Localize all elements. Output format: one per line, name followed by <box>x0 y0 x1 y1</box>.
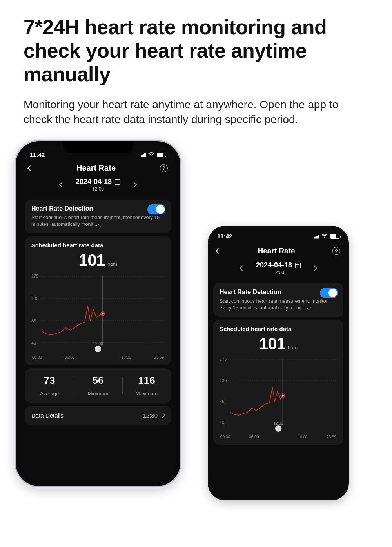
scrubber-knob[interactable] <box>95 346 101 352</box>
time-scrubber[interactable]: 12:00 <box>31 346 165 354</box>
chart-value-unit: bpm <box>288 345 298 351</box>
chevron-down-icon <box>307 305 311 310</box>
status-time: 11:42 <box>30 151 45 158</box>
detection-description-text: Start continuous heart rate measurement,… <box>31 215 160 227</box>
chart-value-unit: bpm <box>107 261 117 267</box>
wifi-icon <box>148 151 154 158</box>
calendar-icon <box>295 263 301 268</box>
y-tick: 85 <box>31 318 36 323</box>
x-tick: 23:59 <box>327 435 336 439</box>
back-button[interactable] <box>28 165 32 172</box>
y-tick: 130 <box>31 296 38 301</box>
phone-frame-secondary: 11:42 Heart Rate ? 2024-04-18 12:00 Hear… <box>208 226 349 500</box>
x-tick: 23:59 <box>154 355 164 360</box>
data-details-label: Data Details <box>31 412 64 419</box>
chevron-left-icon <box>216 248 221 254</box>
y-tick: 40 <box>220 420 224 425</box>
x-tick: 00:00 <box>220 435 230 439</box>
app-screen: 11:42 Heart Rate ? 2024-04-18 12:00 <box>20 146 176 482</box>
date-display[interactable]: 2024-04-18 12:00 <box>76 178 120 192</box>
detection-description[interactable]: Start continuous heart rate measurement,… <box>31 214 165 228</box>
y-tick: 175 <box>31 274 38 278</box>
data-details-row[interactable]: Data Details 12:30 <box>25 406 171 425</box>
screen-title: Heart Rate <box>258 247 295 255</box>
detection-title: Heart Rate Detection <box>220 289 337 296</box>
marketing-subtext: Monitoring your heart rate anytime at an… <box>24 97 368 127</box>
y-tick: 40 <box>31 341 36 345</box>
back-button[interactable] <box>216 247 220 254</box>
chevron-right-icon <box>131 182 137 187</box>
chevron-right-icon <box>160 413 165 418</box>
x-tick: 06:00 <box>65 355 74 360</box>
detection-title: Heart Rate Detection <box>31 205 165 212</box>
stat-label: Average <box>25 391 74 396</box>
x-axis-labels: 00:00 06:00 . 18:00 23:59 <box>31 354 165 360</box>
date-prev-button[interactable] <box>240 265 244 272</box>
phone-notch <box>63 141 133 153</box>
heart-rate-chart[interactable]: 175 130 85 40 <box>31 272 165 347</box>
chevron-left-icon <box>59 182 65 187</box>
date-picker: 2024-04-18 12:00 <box>208 259 349 280</box>
status-icons <box>140 151 166 158</box>
date-next-button[interactable] <box>312 265 316 272</box>
chevron-left-icon <box>240 265 245 271</box>
screen-header: Heart Rate ? <box>20 161 176 176</box>
marketing-headline: 7*24H heart rate monitoring and check yo… <box>24 16 368 86</box>
wifi-icon <box>321 233 328 240</box>
date-prev-button[interactable] <box>60 181 64 188</box>
date-time: 12:00 <box>272 270 284 275</box>
chart-card: Scheduled heart rate data 101bpm 175 130… <box>25 236 171 365</box>
stats-row: 73 Average 56 Minimum 116 Maximum <box>25 368 171 403</box>
date-display[interactable]: 2024-04-18 12:00 <box>256 262 301 275</box>
help-button[interactable]: ? <box>160 164 168 172</box>
chart-current-value: 101bpm <box>31 251 165 270</box>
status-bar: 11:42 <box>208 226 349 244</box>
svg-point-13 <box>282 394 284 396</box>
chevron-down-icon <box>98 222 102 226</box>
stat-value: 56 <box>74 374 122 387</box>
chevron-left-icon <box>27 165 33 171</box>
stat-value: 116 <box>122 374 171 387</box>
scrubber-knob[interactable] <box>275 425 281 432</box>
battery-icon <box>330 234 339 239</box>
heart-rate-chart[interactable]: 175 130 85 40 <box>220 356 337 426</box>
stat-minimum: 56 Minimum <box>74 374 122 396</box>
chart-title: Scheduled heart rate data <box>220 325 337 332</box>
stat-maximum: 116 Maximum <box>122 374 171 396</box>
phone-frame-primary: 11:42 Heart Rate ? 2024-04-18 12:00 <box>16 141 180 486</box>
date-value: 2024-04-18 <box>76 178 112 186</box>
detection-card: Heart Rate Detection Start continuous he… <box>25 200 171 233</box>
chart-current-value: 101bpm <box>220 334 337 353</box>
screen-header: Heart Rate ? <box>208 244 349 259</box>
stat-label: Minimum <box>74 391 122 396</box>
detection-description[interactable]: Start continuous heart rate measurement,… <box>220 298 337 311</box>
x-tick: 18:00 <box>122 355 131 360</box>
calendar-icon <box>115 179 120 185</box>
signal-icon <box>313 234 319 239</box>
detection-card: Heart Rate Detection Start continuous he… <box>213 283 343 317</box>
stat-label: Maximum <box>122 391 171 396</box>
x-axis-labels: 00:00 06:00 . 18:00 23:59 <box>220 433 337 439</box>
signal-icon <box>140 153 146 157</box>
time-scrubber[interactable]: 12:00 <box>220 425 337 433</box>
y-tick: 175 <box>220 357 227 362</box>
svg-point-6 <box>102 313 103 314</box>
chart-value-number: 101 <box>259 334 285 353</box>
x-tick: 06:00 <box>249 435 259 439</box>
detection-description-text: Start continuous heart rate measurement,… <box>220 298 328 311</box>
x-tick: 00:00 <box>32 355 42 360</box>
date-next-button[interactable] <box>132 181 136 188</box>
y-tick: 130 <box>220 378 227 383</box>
stat-average: 73 Average <box>25 374 74 396</box>
detection-toggle[interactable] <box>320 288 338 298</box>
date-picker: 2024-04-18 12:00 <box>20 176 176 196</box>
stat-value: 73 <box>25 374 74 387</box>
data-details-time: 12:30 <box>143 412 158 419</box>
chevron-right-icon <box>312 265 317 271</box>
chart-title: Scheduled heart rate data <box>31 242 165 249</box>
detection-toggle[interactable] <box>147 204 165 214</box>
help-button[interactable]: ? <box>332 247 340 255</box>
scrubber-label: 12:00 <box>273 421 283 425</box>
date-value: 2024-04-18 <box>256 262 292 269</box>
chart-card: Scheduled heart rate data 101bpm 175 130… <box>213 320 343 445</box>
